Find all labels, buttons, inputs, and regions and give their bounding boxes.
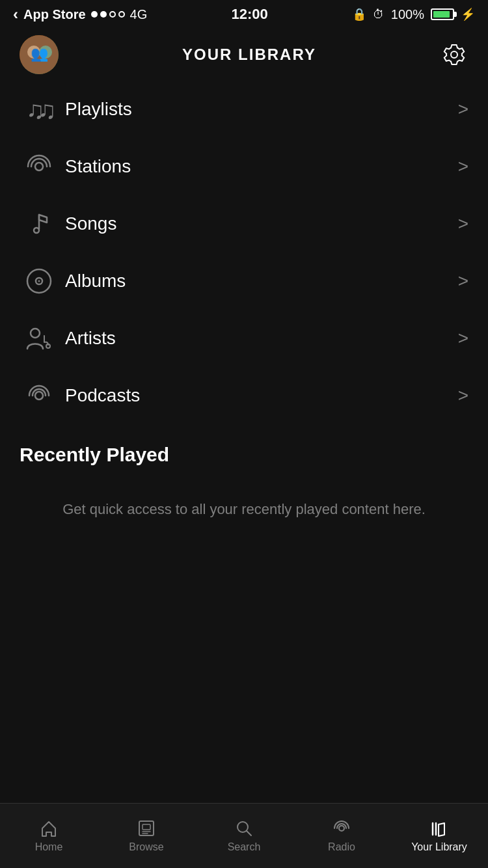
page-title: YOUR LIBRARY: [182, 46, 316, 64]
carrier-label: App Store: [23, 7, 86, 22]
playlists-chevron: >: [458, 99, 468, 120]
svg-line-20: [247, 831, 251, 835]
albums-label: Albums: [59, 271, 458, 292]
podcasts-icon: [20, 381, 59, 410]
songs-chevron: >: [458, 213, 468, 234]
battery-icon: [431, 8, 454, 20]
playlists-label: Playlists: [59, 99, 458, 120]
charging-icon: ⚡: [461, 7, 475, 21]
recently-played-section: Recently Played Get quick access to all …: [0, 424, 488, 552]
tab-browse[interactable]: Browse: [98, 813, 195, 860]
avatar[interactable]: 👥: [20, 35, 59, 74]
songs-icon: [20, 210, 59, 238]
header: 👥 YOUR LIBRARY: [0, 29, 488, 81]
library-item-playlists[interactable]: ♫ ♫ Playlists >: [0, 81, 488, 138]
tab-your-library[interactable]: Your Library: [390, 813, 488, 860]
svg-point-21: [339, 826, 344, 831]
svg-point-8: [34, 228, 39, 233]
podcasts-label: Podcasts: [59, 385, 458, 406]
svg-point-14: [35, 392, 43, 400]
settings-button[interactable]: [440, 40, 468, 69]
stations-chevron: >: [458, 156, 468, 177]
recently-played-title: Recently Played: [20, 444, 468, 466]
status-right: 🔒 ⏱ 100% ⚡: [352, 7, 475, 22]
albums-icon: [20, 267, 59, 295]
svg-point-13: [46, 344, 50, 348]
radio-icon: [332, 819, 351, 837]
recently-played-description: Get quick access to all your recently pl…: [20, 479, 468, 539]
library-item-stations[interactable]: Stations >: [0, 138, 488, 195]
library-item-artists[interactable]: Artists >: [0, 310, 488, 367]
svg-text:👥: 👥: [31, 45, 49, 62]
svg-point-7: [35, 163, 43, 170]
library-item-podcasts[interactable]: Podcasts >: [0, 367, 488, 424]
playlists-icon: ♫ ♫: [20, 95, 59, 124]
artists-icon: [20, 324, 59, 353]
status-left: ‹ App Store 4G: [13, 5, 147, 23]
status-time: 12:00: [231, 6, 267, 23]
back-arrow-icon: ‹: [13, 5, 18, 23]
library-item-albums[interactable]: Albums >: [0, 252, 488, 310]
tab-search[interactable]: Search: [195, 813, 293, 860]
stations-icon: [20, 152, 59, 181]
search-icon: [235, 819, 253, 837]
svg-rect-16: [142, 824, 150, 830]
library-list: ♫ ♫ Playlists > Stations >: [0, 81, 488, 424]
tab-home[interactable]: Home: [0, 813, 98, 860]
network-label: 4G: [130, 7, 148, 22]
your-library-tab-label: Your Library: [411, 841, 467, 853]
alarm-icon: ⏱: [373, 8, 385, 21]
home-icon: [40, 819, 58, 837]
artists-chevron: >: [458, 328, 468, 349]
tab-radio[interactable]: Radio: [293, 813, 390, 860]
signal-icon: [91, 11, 125, 18]
tab-bar: Home Browse Search: [0, 803, 488, 868]
svg-point-4: [451, 51, 457, 58]
lock-icon: 🔒: [352, 7, 366, 21]
browse-tab-label: Browse: [129, 841, 163, 853]
search-tab-label: Search: [228, 841, 261, 853]
browse-icon: [137, 819, 156, 837]
battery-percent: 100%: [391, 7, 424, 22]
status-bar: ‹ App Store 4G 12:00 🔒 ⏱ 100% ⚡: [0, 0, 488, 29]
artists-label: Artists: [59, 328, 458, 349]
svg-point-12: [31, 329, 40, 338]
svg-point-11: [38, 280, 40, 282]
svg-text:♫: ♫: [38, 96, 53, 124]
library-icon: [430, 819, 448, 837]
radio-tab-label: Radio: [328, 841, 355, 853]
library-item-songs[interactable]: Songs >: [0, 195, 488, 252]
albums-chevron: >: [458, 271, 468, 292]
home-tab-label: Home: [35, 841, 63, 853]
podcasts-chevron: >: [458, 385, 468, 406]
stations-label: Stations: [59, 156, 458, 177]
songs-label: Songs: [59, 213, 458, 234]
